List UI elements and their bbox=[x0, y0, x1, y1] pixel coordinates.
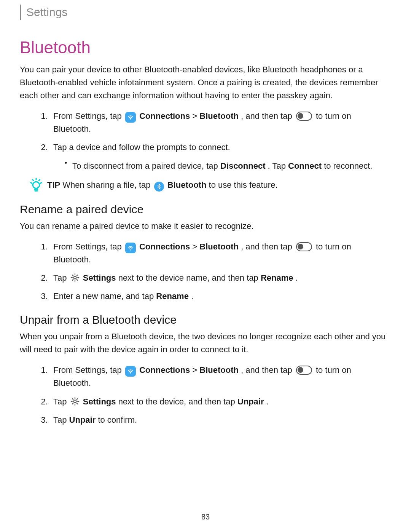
wifi-icon bbox=[125, 243, 136, 253]
gear-icon bbox=[70, 396, 80, 406]
unpair-intro: When you unpair from a Bluetooth device,… bbox=[20, 330, 391, 356]
svg-line-2 bbox=[31, 182, 32, 183]
step-1: From Settings, tap Connections > Bluetoo… bbox=[50, 110, 391, 136]
text: next to the device name, and then tap bbox=[118, 273, 261, 283]
toggle-off-icon bbox=[296, 242, 312, 251]
text: From Settings, tap bbox=[53, 242, 124, 251]
toggle-off-icon bbox=[296, 366, 312, 375]
svg-point-11 bbox=[130, 374, 131, 374]
text: to reconnect. bbox=[324, 161, 372, 171]
text: From Settings, tap bbox=[53, 365, 124, 375]
svg-point-6 bbox=[33, 182, 39, 188]
page-header: Settings bbox=[20, 0, 391, 20]
unpair-heading: Unpair from a Bluetooth device bbox=[20, 313, 391, 326]
rename-steps-list: From Settings, tap Connections > Bluetoo… bbox=[50, 240, 391, 303]
text: From Settings, tap bbox=[53, 111, 124, 121]
rename-label: Rename bbox=[156, 291, 189, 301]
text: When sharing a file, tap bbox=[62, 180, 153, 190]
wifi-icon bbox=[125, 366, 136, 377]
step-1: From Settings, tap Connections > Bluetoo… bbox=[50, 240, 391, 266]
step-1: From Settings, tap Connections > Bluetoo… bbox=[50, 364, 391, 390]
rename-label: Rename bbox=[261, 273, 293, 283]
unpair-steps-list: From Settings, tap Connections > Bluetoo… bbox=[50, 364, 391, 426]
bluetooth-label: Bluetooth bbox=[167, 180, 207, 190]
text: next to the device, and then tap bbox=[118, 397, 237, 406]
sub-item: To disconnect from a paired device, tap … bbox=[65, 160, 391, 173]
text: , and then tap bbox=[241, 242, 295, 251]
page-number: 83 bbox=[0, 513, 411, 521]
svg-line-3 bbox=[40, 182, 41, 183]
bluetooth-icon bbox=[154, 182, 164, 192]
intro-paragraph: You can pair your device to other Blueto… bbox=[20, 63, 391, 102]
step-3: Tap Unpair to confirm. bbox=[50, 414, 391, 427]
toggle-off-icon bbox=[296, 112, 312, 121]
text: to confirm. bbox=[98, 415, 137, 425]
unpair-label: Unpair bbox=[69, 415, 96, 425]
text: to use this feature. bbox=[209, 180, 278, 190]
svg-point-12 bbox=[73, 400, 76, 403]
unpair-label: Unpair bbox=[237, 397, 264, 406]
text: Enter a new name, and tap bbox=[53, 291, 156, 301]
svg-point-10 bbox=[73, 276, 76, 279]
separator: > bbox=[192, 111, 199, 121]
text: Tap bbox=[53, 397, 69, 406]
tip-text: TIP When sharing a file, tap Bluetooth t… bbox=[47, 179, 278, 192]
lightbulb-icon bbox=[29, 178, 43, 192]
page-title: Bluetooth bbox=[20, 38, 391, 57]
step-2: Tap Settings next to the device name, an… bbox=[50, 272, 391, 284]
gear-icon bbox=[70, 273, 80, 283]
connections-label: Connections bbox=[139, 242, 190, 251]
text: , and then tap bbox=[241, 111, 295, 121]
rename-intro: You can rename a paired device to make i… bbox=[20, 220, 391, 233]
header-accent-bar bbox=[20, 5, 21, 20]
separator: > bbox=[192, 365, 199, 375]
text: Tap a device and follow the prompts to c… bbox=[53, 142, 230, 152]
text: Tap bbox=[53, 273, 69, 283]
bluetooth-label: Bluetooth bbox=[199, 111, 239, 121]
rename-heading: Rename a paired device bbox=[20, 203, 391, 216]
text: To disconnect from a paired device, tap bbox=[72, 161, 220, 171]
disconnect-label: Disconnect bbox=[220, 161, 266, 171]
settings-label: Settings bbox=[83, 273, 116, 283]
connections-label: Connections bbox=[139, 111, 190, 121]
step-3: Enter a new name, and tap Rename . bbox=[50, 290, 391, 303]
tip-label: TIP bbox=[47, 180, 60, 190]
separator: > bbox=[192, 242, 199, 251]
text: . Tap bbox=[268, 161, 288, 171]
svg-line-5 bbox=[39, 179, 40, 180]
sub-list: To disconnect from a paired device, tap … bbox=[65, 160, 391, 173]
svg-point-9 bbox=[130, 250, 131, 251]
settings-label: Settings bbox=[83, 397, 116, 406]
bluetooth-label: Bluetooth bbox=[199, 365, 239, 375]
connections-label: Connections bbox=[139, 365, 190, 375]
text: , and then tap bbox=[241, 365, 295, 375]
breadcrumb: Settings bbox=[26, 6, 67, 19]
text: Tap bbox=[53, 415, 69, 425]
step-2: Tap Settings next to the device, and the… bbox=[50, 395, 391, 408]
connect-label: Connect bbox=[288, 161, 322, 171]
text: . bbox=[191, 291, 193, 301]
svg-point-0 bbox=[130, 120, 131, 120]
step-2: Tap a device and follow the prompts to c… bbox=[50, 141, 391, 172]
main-steps-list: From Settings, tap Connections > Bluetoo… bbox=[50, 110, 391, 172]
bluetooth-label: Bluetooth bbox=[199, 242, 239, 251]
text: . bbox=[296, 273, 298, 283]
text: . bbox=[266, 397, 269, 406]
wifi-icon bbox=[125, 112, 136, 123]
tip-row: TIP When sharing a file, tap Bluetooth t… bbox=[29, 178, 391, 192]
svg-line-4 bbox=[33, 179, 33, 180]
